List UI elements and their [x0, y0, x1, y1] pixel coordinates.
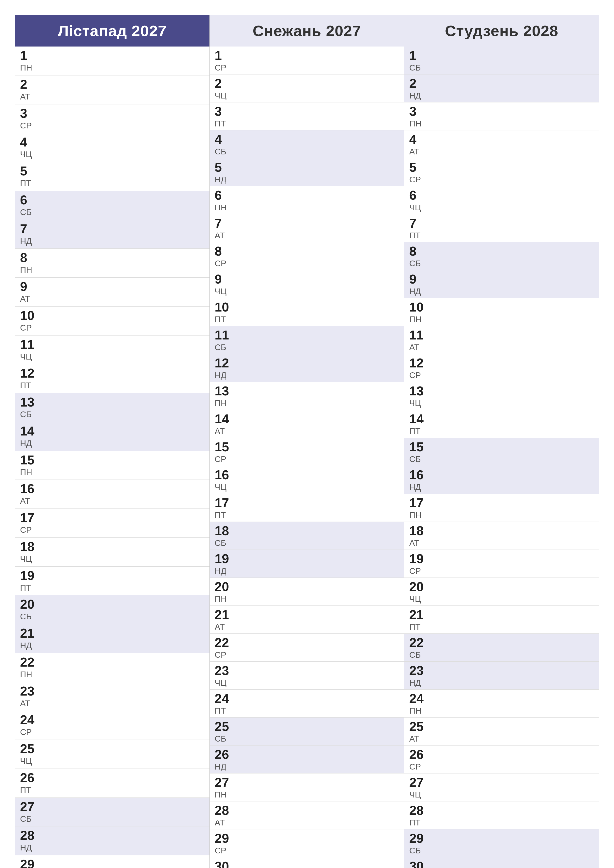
day-number-0-13: 14 [20, 424, 205, 438]
day-row-0-13: 14НД [15, 422, 210, 451]
day-number-0-1: 2 [20, 78, 205, 91]
day-row-0-12: 13СБ [15, 393, 210, 422]
day-row-0-7: 8ПН [15, 249, 210, 277]
day-row-2-6: 7ПТ [404, 214, 599, 242]
day-row-2-18: 19СР [404, 550, 599, 578]
day-number-0-2: 3 [20, 106, 205, 121]
day-number-2-5: 6 [409, 188, 594, 202]
day-name-1-5: ПН [215, 202, 399, 212]
day-row-1-25: 26НД [210, 746, 404, 773]
day-number-1-17: 18 [215, 524, 399, 538]
day-row-1-23: 24ПТ [210, 690, 404, 718]
day-row-1-26: 27ПН [210, 773, 404, 801]
day-row-1-6: 7АТ [210, 214, 404, 242]
day-name-2-14: СБ [409, 454, 594, 464]
day-row-2-22: 23НД [404, 662, 599, 690]
day-number-1-21: 22 [215, 636, 399, 650]
day-row-0-25: 26ПТ [15, 769, 210, 798]
day-row-0-24: 25ЧЦ [15, 740, 210, 769]
day-row-1-18: 19НД [210, 550, 404, 578]
day-name-2-22: НД [409, 678, 594, 688]
day-name-2-24: АТ [409, 734, 594, 744]
day-number-0-28: 29 [20, 857, 205, 868]
day-row-2-14: 15СБ [404, 438, 599, 466]
day-name-0-11: ПТ [20, 380, 205, 391]
day-row-1-21: 22СР [210, 634, 404, 662]
day-row-1-19: 20ПН [210, 578, 404, 606]
day-number-2-12: 13 [409, 384, 594, 398]
day-row-2-21: 22СБ [404, 634, 599, 662]
day-name-1-2: ПТ [215, 119, 399, 129]
day-number-1-25: 26 [215, 747, 399, 762]
day-number-2-7: 8 [409, 244, 594, 258]
day-row-1-17: 18СБ [210, 522, 404, 550]
day-name-0-20: НД [20, 640, 205, 651]
day-name-0-12: СБ [20, 409, 205, 419]
day-number-0-23: 24 [20, 713, 205, 727]
day-name-0-23: СР [20, 727, 205, 737]
day-name-2-20: ПТ [409, 622, 594, 632]
day-name-0-19: СБ [20, 611, 205, 622]
day-number-1-28: 29 [215, 831, 399, 845]
day-name-0-24: ЧЦ [20, 756, 205, 766]
day-number-1-0: 1 [215, 48, 399, 63]
day-number-2-16: 17 [409, 496, 594, 510]
day-number-2-9: 10 [409, 300, 594, 314]
day-number-0-12: 13 [20, 395, 205, 409]
day-row-0-22: 23АТ [15, 682, 210, 711]
day-name-2-27: ПТ [409, 817, 594, 828]
day-name-0-3: ЧЦ [20, 149, 205, 160]
day-name-0-2: СР [20, 121, 205, 131]
day-name-0-16: СР [20, 525, 205, 535]
day-number-1-5: 6 [215, 188, 399, 202]
day-name-1-16: ПТ [215, 510, 399, 520]
day-name-0-7: ПН [20, 265, 205, 275]
day-row-0-9: 10СР [15, 307, 210, 336]
day-row-2-20: 21ПТ [404, 606, 599, 634]
day-row-2-15: 16НД [404, 466, 599, 494]
day-number-2-3: 4 [409, 132, 594, 146]
day-name-0-10: ЧЦ [20, 352, 205, 362]
day-number-1-6: 7 [215, 216, 399, 230]
day-name-1-12: ПН [215, 398, 399, 408]
day-number-1-27: 28 [215, 803, 399, 817]
day-name-0-14: ПН [20, 467, 205, 477]
day-row-1-9: 10ПТ [210, 298, 404, 326]
day-row-0-3: 4ЧЦ [15, 133, 210, 162]
day-row-1-27: 28АТ [210, 801, 404, 829]
day-row-1-24: 25СБ [210, 718, 404, 746]
day-row-1-13: 14АТ [210, 410, 404, 438]
day-name-2-18: СР [409, 566, 594, 576]
day-name-2-9: ПН [409, 314, 594, 324]
day-row-1-5: 6ПН [210, 186, 404, 214]
day-number-0-24: 25 [20, 742, 205, 756]
day-number-1-9: 10 [215, 300, 399, 314]
day-row-2-27: 28ПТ [404, 801, 599, 829]
day-number-2-0: 1 [409, 48, 594, 63]
day-row-0-0: 1ПН [15, 46, 210, 76]
day-row-2-16: 17ПН [404, 494, 599, 522]
day-row-0-11: 12ПТ [15, 364, 210, 393]
day-row-0-1: 2АТ [15, 76, 210, 104]
day-name-1-27: АТ [215, 817, 399, 828]
day-number-0-6: 7 [20, 222, 205, 236]
day-name-0-22: АТ [20, 698, 205, 708]
day-name-1-24: СБ [215, 734, 399, 744]
day-name-2-1: НД [409, 91, 594, 101]
day-row-2-24: 25АТ [404, 718, 599, 746]
day-number-0-18: 19 [20, 569, 205, 583]
day-number-0-22: 23 [20, 684, 205, 698]
day-row-0-26: 27СБ [15, 798, 210, 827]
day-name-0-15: АТ [20, 496, 205, 506]
day-name-2-16: ПН [409, 510, 594, 520]
day-row-0-18: 19ПТ [15, 567, 210, 595]
day-row-1-20: 21АТ [210, 606, 404, 634]
day-number-2-21: 22 [409, 636, 594, 650]
day-number-2-24: 25 [409, 719, 594, 734]
day-row-2-10: 11АТ [404, 326, 599, 354]
day-name-0-0: ПН [20, 63, 205, 73]
day-name-2-5: ЧЦ [409, 202, 594, 212]
day-row-0-6: 7НД [15, 220, 210, 249]
day-name-2-0: СБ [409, 63, 594, 73]
day-number-0-20: 21 [20, 626, 205, 640]
